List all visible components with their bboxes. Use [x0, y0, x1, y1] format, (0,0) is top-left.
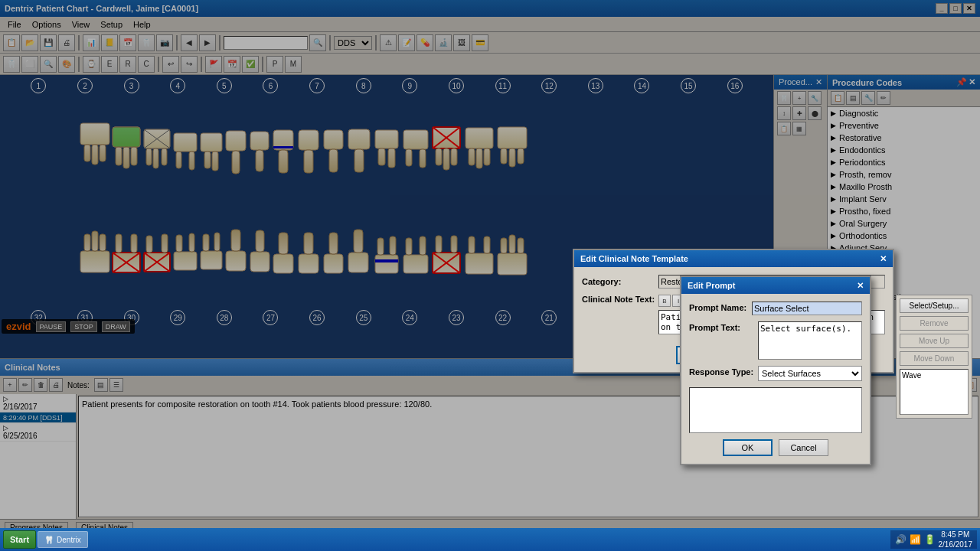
ep-close-icon[interactable]: ✕: [857, 281, 864, 291]
ep-ok-button[interactable]: OK: [723, 439, 773, 456]
taskbar-dentrix[interactable]: 🦷 Dentrix: [38, 531, 88, 548]
ep-name-input[interactable]: Surface Select: [752, 302, 862, 315]
ep-text-row: Prompt Text: Select surface(s).: [689, 321, 862, 360]
remove-button[interactable]: Remove: [900, 316, 969, 331]
ecnt-side-buttons: Select/Setup... Remove Move Up Move Down…: [896, 295, 972, 419]
wave-preview: Wave: [900, 369, 969, 415]
ep-body: Prompt Name: Surface Select Prompt Text:…: [681, 294, 870, 464]
ep-response-label: Response Type:: [689, 366, 758, 377]
ep-buttons: OK Cancel: [689, 439, 862, 456]
move-up-button[interactable]: Move Up: [900, 334, 969, 348]
ecnt-close-icon[interactable]: ✕: [880, 254, 887, 264]
ep-title-text: Edit Prompt: [688, 281, 735, 290]
ep-empty-area: [689, 387, 862, 433]
ep-response-select[interactable]: Select Surfaces Free Text Yes/No Date: [758, 366, 862, 381]
start-button[interactable]: Start: [3, 530, 36, 549]
ep-text-label: Prompt Text:: [689, 321, 758, 332]
ecnt-note-text-label: Clinical Note Text:: [582, 295, 658, 304]
tray-volume-icon: 📶: [910, 534, 921, 545]
tray-network-icon: 🔊: [895, 534, 906, 545]
select-setup-button[interactable]: Select/Setup...: [900, 298, 969, 313]
modal-overlay: Edit Clinical Note Template ✕ Category: …: [0, 0, 980, 551]
ep-name-row: Prompt Name: Surface Select: [689, 302, 862, 315]
move-down-button[interactable]: Move Down: [900, 351, 969, 366]
tray-clock: 8:45 PM 2/16/2017: [939, 530, 973, 549]
ep-name-label: Prompt Name:: [689, 302, 752, 312]
ep-response-row: Response Type: Select Surfaces Free Text…: [689, 366, 862, 381]
ep-cancel-button[interactable]: Cancel: [779, 439, 828, 456]
ecnt-title-text: Edit Clinical Note Template: [580, 254, 688, 263]
ep-title-bar: Edit Prompt ✕: [681, 277, 870, 294]
taskbar-dentrix-label: Dentrix: [57, 536, 81, 544]
ecnt-category-label: Category:: [582, 277, 658, 286]
tray-battery-icon: 🔋: [924, 534, 936, 545]
ep-text-textarea[interactable]: Select surface(s).: [758, 321, 862, 360]
taskbar: Start 🦷 Dentrix 🔊 📶 🔋 8:45 PM 2/16/2017: [0, 528, 980, 551]
taskbar-dentrix-icon: 🦷: [44, 536, 54, 544]
dialog-edit-prompt: Edit Prompt ✕ Prompt Name: Surface Selec…: [680, 276, 871, 465]
note-bold-btn[interactable]: B: [658, 295, 671, 307]
ecnt-title-bar: Edit Clinical Note Template ✕: [574, 250, 893, 267]
system-tray: 🔊 📶 🔋 8:45 PM 2/16/2017: [890, 530, 978, 549]
